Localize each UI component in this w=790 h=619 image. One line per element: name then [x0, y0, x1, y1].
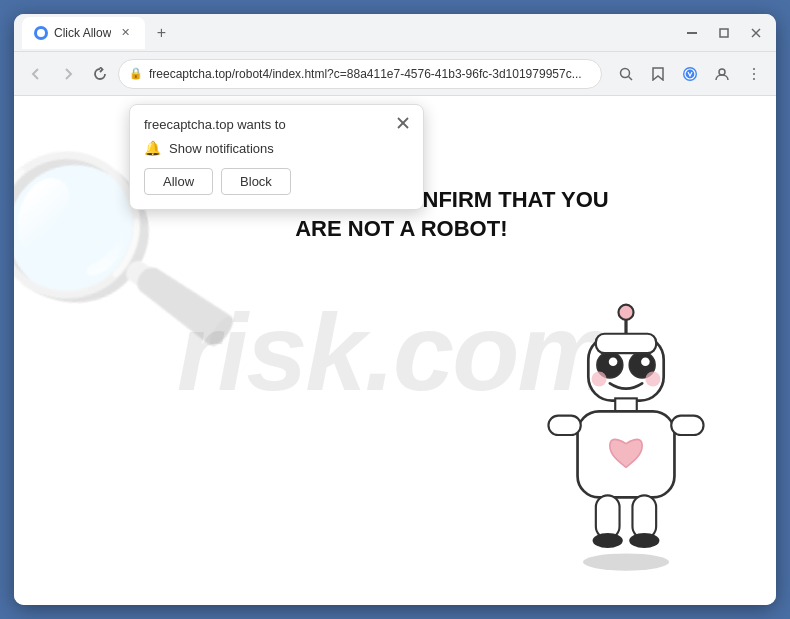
svg-rect-28: [632, 495, 656, 538]
svg-point-29: [593, 533, 623, 548]
menu-icon[interactable]: [740, 60, 768, 88]
popup-title: freecaptcha.top wants to: [144, 117, 409, 132]
title-bar: Click Allow ✕ +: [14, 14, 776, 52]
popup-item-text: Show notifications: [169, 141, 274, 156]
bookmark-icon[interactable]: [644, 60, 672, 88]
headline-line2: ARE NOT A ROBOT!: [295, 216, 507, 241]
forward-button[interactable]: [54, 60, 82, 88]
svg-point-14: [618, 305, 633, 320]
url-text: freecaptcha.top/robot4/index.html?c=88a4…: [149, 67, 591, 81]
maximize-button[interactable]: [712, 21, 736, 45]
title-bar-right: [680, 21, 768, 45]
svg-point-9: [719, 69, 725, 75]
active-tab[interactable]: Click Allow ✕: [22, 17, 145, 49]
svg-point-19: [641, 357, 650, 366]
address-field[interactable]: 🔒 freecaptcha.top/robot4/index.html?c=88…: [118, 59, 602, 89]
popup-item: 🔔 Show notifications: [144, 140, 409, 156]
svg-line-5: [629, 76, 633, 80]
robot-svg: [536, 295, 716, 575]
search-icon[interactable]: [612, 60, 640, 88]
back-button[interactable]: [22, 60, 50, 88]
svg-marker-6: [653, 68, 663, 80]
svg-rect-0: [687, 32, 697, 34]
tab-label: Click Allow: [54, 26, 111, 40]
minimize-button[interactable]: [680, 21, 704, 45]
tab-favicon: [34, 26, 48, 40]
allow-button[interactable]: Allow: [144, 168, 213, 195]
svg-point-12: [753, 78, 755, 80]
notification-popup: freecaptcha.top wants to 🔔 Show notifica…: [129, 104, 424, 210]
lock-icon: 🔒: [129, 67, 143, 80]
svg-point-4: [621, 68, 630, 77]
download-icon[interactable]: [676, 60, 704, 88]
svg-point-18: [609, 357, 618, 366]
svg-point-10: [753, 68, 755, 70]
svg-rect-1: [720, 29, 728, 37]
popup-buttons: Allow Block: [144, 168, 409, 195]
bell-icon: 🔔: [144, 140, 161, 156]
refresh-button[interactable]: [86, 60, 114, 88]
address-bar-row: 🔒 freecaptcha.top/robot4/index.html?c=88…: [14, 52, 776, 96]
page-content: risk.com 🔍 CLICK ALLOW TO CONFIRM THAT Y…: [14, 96, 776, 605]
svg-point-21: [645, 371, 660, 386]
popup-close-button[interactable]: [393, 113, 413, 133]
close-button[interactable]: [744, 21, 768, 45]
svg-point-11: [753, 73, 755, 75]
svg-point-20: [592, 371, 607, 386]
browser-window: Click Allow ✕ + 🔒: [14, 14, 776, 605]
address-right-icons: [612, 60, 768, 88]
svg-rect-23: [596, 334, 656, 353]
tab-close-button[interactable]: ✕: [117, 25, 133, 41]
robot-illustration: [536, 295, 716, 575]
svg-point-30: [629, 533, 659, 548]
svg-point-31: [583, 553, 669, 570]
block-button[interactable]: Block: [221, 168, 291, 195]
svg-rect-26: [671, 416, 703, 435]
svg-rect-25: [548, 416, 580, 435]
svg-rect-22: [615, 398, 637, 411]
svg-rect-27: [596, 495, 620, 538]
tab-strip: Click Allow ✕ +: [22, 17, 674, 49]
profile-icon[interactable]: [708, 60, 736, 88]
new-tab-button[interactable]: +: [149, 21, 173, 45]
